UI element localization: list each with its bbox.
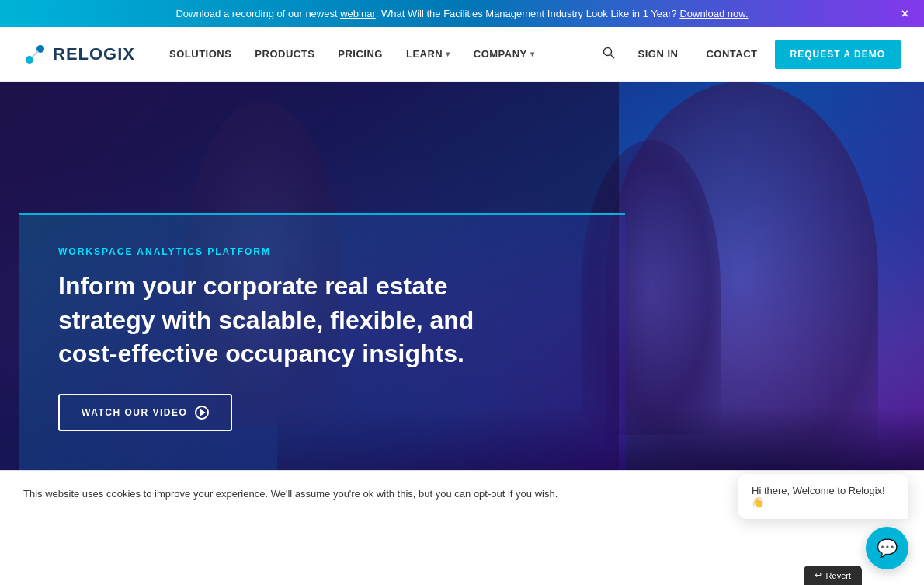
play-icon [195,406,209,420]
nav-products[interactable]: PRODUCTS [244,42,325,66]
nav-contact[interactable]: CONTACT [695,42,768,66]
svg-line-4 [610,54,614,58]
nav-pricing[interactable]: PRICING [327,42,394,66]
nav-right: SIGN IN CONTACT REQUEST A DEMO [596,40,901,69]
hero-section: WORKSPACE ANALYTICS PLATFORM Inform your… [0,82,924,470]
hero-eyebrow: WORKSPACE ANALYTICS PLATFORM [58,246,586,257]
announcement-download-link[interactable]: Download now. [679,8,748,19]
play-triangle [200,409,206,416]
search-button[interactable] [596,40,621,68]
announcement-close-button[interactable]: × [901,8,908,20]
chat-widget: Hi there, Welcome to Relogix! 👋 💬 [738,474,908,516]
svg-line-2 [32,51,38,57]
announcement-bar: Download a recording of our newest webin… [0,0,924,27]
hero-title: Inform your corporate real estate strate… [58,270,509,371]
logo-text: RELOGIX [53,44,135,64]
chat-bubble: Hi there, Welcome to Relogix! 👋 [738,474,908,516]
nav-company[interactable]: COMPANY ▾ [463,42,545,66]
navbar: RELOGIX SOLUTIONS PRODUCTS PRICING LEARN… [0,27,924,82]
svg-point-3 [603,47,611,55]
announcement-text: Download a recording of our newest webin… [175,8,748,19]
nav-learn[interactable]: LEARN ▾ [395,42,461,66]
logo[interactable]: RELOGIX [23,43,135,66]
request-demo-button[interactable]: REQUEST A DEMO [775,40,901,69]
nav-solutions[interactable]: SOLUTIONS [158,42,242,66]
logo-icon [23,43,47,66]
nav-links: SOLUTIONS PRODUCTS PRICING LEARN ▾ COMPA… [158,42,596,66]
company-chevron-icon: ▾ [530,50,535,58]
announcement-webinar-link[interactable]: webinar [340,8,376,19]
learn-chevron-icon: ▾ [446,50,450,58]
hero-content: WORKSPACE ANALYTICS PLATFORM Inform your… [19,213,625,470]
watch-video-button[interactable]: WATCH OUR VIDEO [58,394,232,431]
search-icon [603,47,615,59]
cookie-text: This website uses cookies to improve you… [23,488,747,500]
nav-signin[interactable]: SIGN IN [627,42,690,66]
